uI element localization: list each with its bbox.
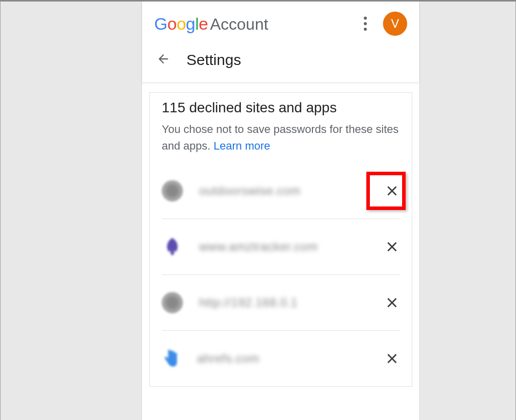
- section-description: You chose not to save passwords for thes…: [162, 121, 400, 154]
- avatar[interactable]: V: [383, 12, 407, 36]
- globe-icon: [162, 292, 183, 313]
- site-item: http://192.168.0.1: [162, 275, 400, 331]
- hand-icon: [162, 348, 181, 369]
- google-wordmark: Google: [154, 14, 208, 34]
- settings-nav-row: Settings: [154, 50, 407, 76]
- rocket-icon: [162, 236, 183, 257]
- site-name: http://192.168.0.1: [199, 296, 384, 310]
- learn-more-link[interactable]: Learn more: [214, 139, 271, 152]
- remove-site-button[interactable]: [384, 239, 400, 254]
- page-title: Settings: [186, 51, 241, 68]
- site-item: outdoorswise.com: [162, 163, 400, 219]
- site-name: ahrefs.com: [197, 352, 384, 366]
- site-name: outdoorswise.com: [199, 184, 384, 198]
- google-account-logo: Google Account: [154, 14, 268, 34]
- site-name: www.amztracker.com: [199, 240, 384, 254]
- site-list: outdoorswise.comwww.amztracker.comhttp:/…: [150, 163, 412, 386]
- remove-site-button[interactable]: [384, 183, 400, 198]
- section-title: 115 declined sites and apps: [162, 100, 400, 116]
- mobile-view-frame: using saved credentials. If enabled you …: [142, 2, 420, 420]
- more-options-icon[interactable]: [362, 15, 369, 33]
- content-area: 115 declined sites and apps You chose no…: [142, 82, 419, 387]
- remove-site-button[interactable]: [384, 351, 400, 366]
- globe-icon: [162, 180, 183, 201]
- declined-sites-card: 115 declined sites and apps You chose no…: [149, 92, 412, 387]
- site-item: ahrefs.com: [162, 331, 400, 386]
- header-actions: V: [362, 12, 407, 36]
- header-top-row: Google Account V: [154, 12, 407, 36]
- section-header: 115 declined sites and apps You chose no…: [150, 93, 412, 163]
- back-arrow-icon[interactable]: [154, 50, 172, 70]
- site-item: www.amztracker.com: [162, 219, 400, 275]
- app-header: Google Account V Settings: [142, 2, 419, 82]
- remove-site-button[interactable]: [384, 295, 400, 310]
- account-label: Account: [210, 15, 269, 34]
